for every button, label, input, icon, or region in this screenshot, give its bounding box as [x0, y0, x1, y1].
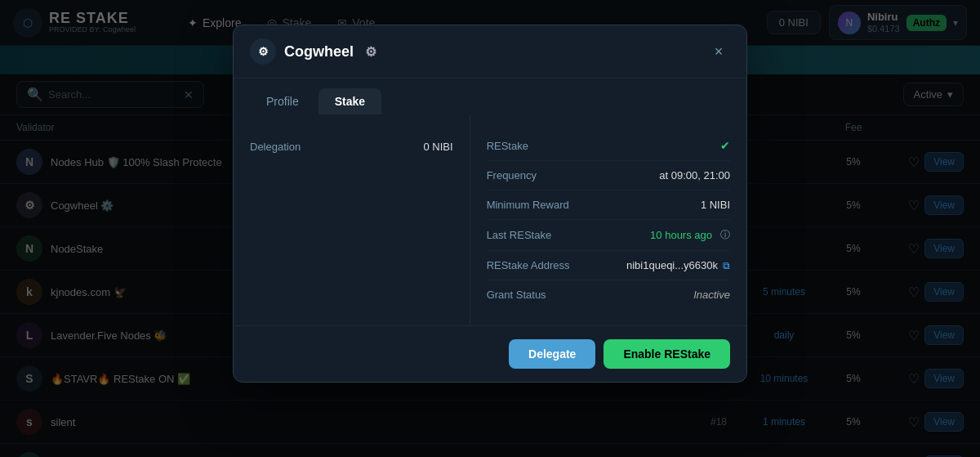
modal-right-panel: REStake ✔ Frequency at 09:00, 21:00 Mini… — [470, 114, 746, 325]
info-circle-icon[interactable]: ⓘ — [720, 228, 730, 242]
modal-body: Delegation 0 NIBI REStake ✔ Frequency at… — [234, 114, 746, 325]
restake-address-label: REStake Address — [487, 259, 570, 271]
frequency-value: at 09:00, 21:00 — [659, 169, 730, 181]
modal-title-text: Cogwheel — [284, 43, 354, 60]
frequency-label: Frequency — [487, 169, 537, 181]
modal-tabs: Profile Stake — [234, 78, 746, 114]
cogwheel-modal: ⚙ Cogwheel ⚙ × Profile Stake Delegation … — [233, 25, 747, 383]
min-reward-label: Minimum Reward — [487, 199, 569, 211]
restake-label: REStake — [487, 140, 528, 152]
delegation-label: Delegation — [250, 141, 301, 153]
modal-header: ⚙ Cogwheel ⚙ × — [234, 25, 746, 78]
modal-close-button[interactable]: × — [707, 40, 730, 63]
settings-gear-icon[interactable]: ⚙ — [365, 44, 376, 60]
info-row-frequency: Frequency at 09:00, 21:00 — [487, 161, 730, 190]
copy-icon[interactable]: ⧉ — [723, 260, 730, 271]
min-reward-value: 1 NIBI — [701, 199, 730, 211]
last-restake-value: 10 hours ago ⓘ — [650, 228, 730, 242]
delegation-value: 0 NIBI — [424, 141, 453, 153]
info-row-restake-address: REStake Address nibi1queqi...y6630k ⧉ — [487, 251, 730, 280]
enable-restake-button[interactable]: Enable REStake — [604, 339, 730, 369]
modal-overlay: ⚙ Cogwheel ⚙ × Profile Stake Delegation … — [0, 0, 980, 457]
info-row-min-reward: Minimum Reward 1 NIBI — [487, 190, 730, 220]
tab-stake[interactable]: Stake — [318, 88, 381, 114]
restake-value: ✔ — [720, 139, 730, 152]
last-restake-label: Last REStake — [487, 229, 552, 241]
modal-left-panel: Delegation 0 NIBI — [234, 114, 470, 325]
info-row-restake: REStake ✔ — [487, 131, 730, 161]
info-row-grant-status: Grant Status Inactive — [487, 280, 730, 309]
cogwheel-icon: ⚙ — [250, 38, 276, 65]
info-row-last-restake: Last REStake 10 hours ago ⓘ — [487, 220, 730, 251]
modal-title: ⚙ Cogwheel ⚙ — [250, 38, 376, 65]
grant-status-value: Inactive — [693, 289, 730, 301]
modal-footer: Delegate Enable REStake — [234, 325, 746, 382]
restake-address-value: nibi1queqi...y6630k ⧉ — [626, 259, 730, 271]
delegate-button[interactable]: Delegate — [509, 339, 595, 369]
delegation-row: Delegation 0 NIBI — [250, 131, 453, 163]
grant-status-label: Grant Status — [487, 289, 546, 301]
tab-profile[interactable]: Profile — [250, 88, 315, 114]
